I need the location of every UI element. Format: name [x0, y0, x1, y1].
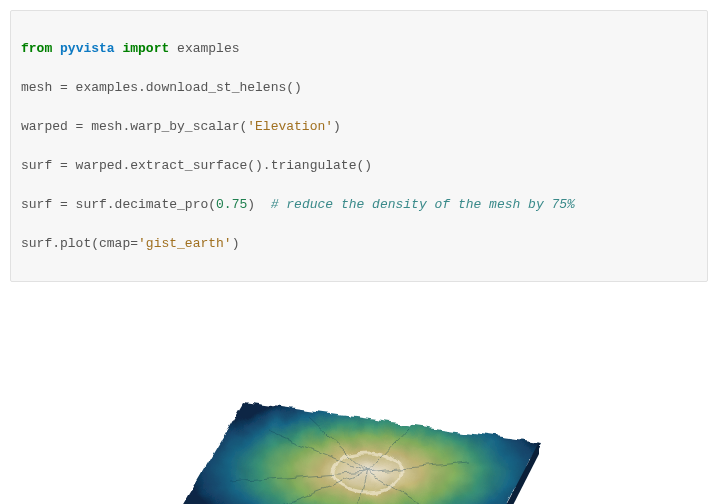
string-cmap: 'gist_earth'	[138, 236, 232, 251]
module-pyvista: pyvista	[60, 41, 115, 56]
code-line-5: surf = surf.decimate_pro(0.75) # reduce …	[21, 195, 697, 215]
keyword-import: import	[122, 41, 169, 56]
code-line-6: surf.plot(cmap='gist_earth')	[21, 234, 697, 254]
number-decimate: 0.75	[216, 197, 247, 212]
code-line-4: surf = warped.extract_surface().triangul…	[21, 156, 697, 176]
terrain-plot	[149, 332, 569, 505]
comment: # reduce the density of the mesh by 75%	[271, 197, 575, 212]
import-name: examples	[177, 41, 239, 56]
output-cell	[10, 282, 708, 505]
code-line-2: mesh = examples.download_st_helens()	[21, 78, 697, 98]
code-line-3: warped = mesh.warp_by_scalar('Elevation'…	[21, 117, 697, 137]
string-elevation: 'Elevation'	[247, 119, 333, 134]
keyword-from: from	[21, 41, 52, 56]
code-line-1: from pyvista import examples	[21, 39, 697, 59]
code-cell: from pyvista import examples mesh = exam…	[10, 10, 708, 282]
